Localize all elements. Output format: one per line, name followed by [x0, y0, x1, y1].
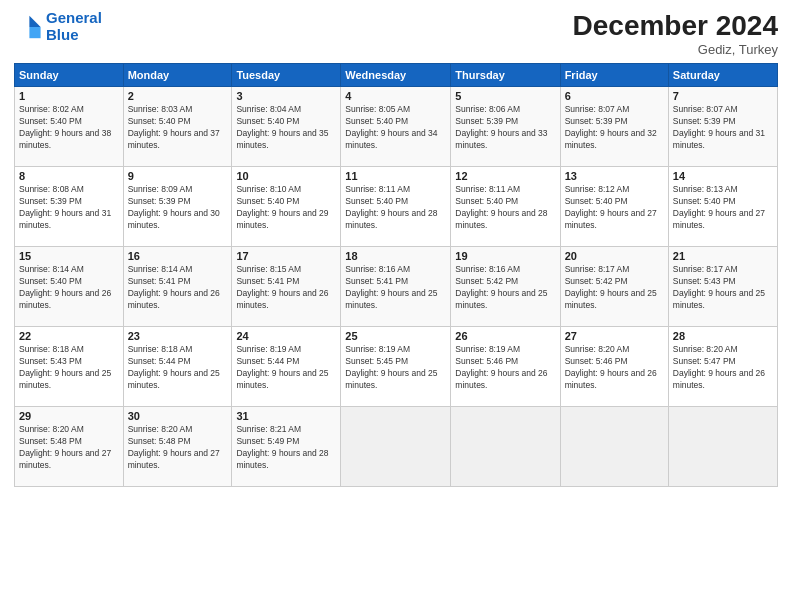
- logo: General Blue: [14, 10, 102, 43]
- calendar-cell: 17 Sunrise: 8:15 AMSunset: 5:41 PMDaylig…: [232, 247, 341, 327]
- col-sunday: Sunday: [15, 64, 124, 87]
- day-info: Sunrise: 8:04 AMSunset: 5:40 PMDaylight:…: [236, 104, 336, 152]
- col-friday: Friday: [560, 64, 668, 87]
- calendar-week-1: 1 Sunrise: 8:02 AMSunset: 5:40 PMDayligh…: [15, 87, 778, 167]
- calendar-cell: 5 Sunrise: 8:06 AMSunset: 5:39 PMDayligh…: [451, 87, 560, 167]
- day-info: Sunrise: 8:09 AMSunset: 5:39 PMDaylight:…: [128, 184, 228, 232]
- calendar-header: Sunday Monday Tuesday Wednesday Thursday…: [15, 64, 778, 87]
- calendar-week-2: 8 Sunrise: 8:08 AMSunset: 5:39 PMDayligh…: [15, 167, 778, 247]
- calendar-body: 1 Sunrise: 8:02 AMSunset: 5:40 PMDayligh…: [15, 87, 778, 487]
- day-number: 19: [455, 250, 555, 262]
- calendar-cell: 16 Sunrise: 8:14 AMSunset: 5:41 PMDaylig…: [123, 247, 232, 327]
- svg-marker-1: [29, 27, 40, 38]
- calendar-cell: 6 Sunrise: 8:07 AMSunset: 5:39 PMDayligh…: [560, 87, 668, 167]
- logo-line1: General: [46, 9, 102, 26]
- day-info: Sunrise: 8:20 AMSunset: 5:47 PMDaylight:…: [673, 344, 773, 392]
- calendar-cell: 2 Sunrise: 8:03 AMSunset: 5:40 PMDayligh…: [123, 87, 232, 167]
- day-info: Sunrise: 8:19 AMSunset: 5:44 PMDaylight:…: [236, 344, 336, 392]
- day-number: 30: [128, 410, 228, 422]
- calendar-cell: 9 Sunrise: 8:09 AMSunset: 5:39 PMDayligh…: [123, 167, 232, 247]
- calendar-cell: 10 Sunrise: 8:10 AMSunset: 5:40 PMDaylig…: [232, 167, 341, 247]
- day-number: 18: [345, 250, 446, 262]
- calendar-cell: 27 Sunrise: 8:20 AMSunset: 5:46 PMDaylig…: [560, 327, 668, 407]
- calendar-cell: 22 Sunrise: 8:18 AMSunset: 5:43 PMDaylig…: [15, 327, 124, 407]
- day-number: 22: [19, 330, 119, 342]
- day-number: 27: [565, 330, 664, 342]
- col-monday: Monday: [123, 64, 232, 87]
- day-number: 7: [673, 90, 773, 102]
- day-info: Sunrise: 8:18 AMSunset: 5:43 PMDaylight:…: [19, 344, 119, 392]
- day-number: 6: [565, 90, 664, 102]
- calendar-cell: 14 Sunrise: 8:13 AMSunset: 5:40 PMDaylig…: [668, 167, 777, 247]
- day-info: Sunrise: 8:08 AMSunset: 5:39 PMDaylight:…: [19, 184, 119, 232]
- header: General Blue December 2024 Gediz, Turkey: [14, 10, 778, 57]
- calendar-cell: 29 Sunrise: 8:20 AMSunset: 5:48 PMDaylig…: [15, 407, 124, 487]
- day-info: Sunrise: 8:16 AMSunset: 5:41 PMDaylight:…: [345, 264, 446, 312]
- day-info: Sunrise: 8:13 AMSunset: 5:40 PMDaylight:…: [673, 184, 773, 232]
- calendar-cell: 21 Sunrise: 8:17 AMSunset: 5:43 PMDaylig…: [668, 247, 777, 327]
- day-number: 1: [19, 90, 119, 102]
- day-number: 13: [565, 170, 664, 182]
- day-info: Sunrise: 8:14 AMSunset: 5:41 PMDaylight:…: [128, 264, 228, 312]
- logo-text: General Blue: [46, 10, 102, 43]
- col-saturday: Saturday: [668, 64, 777, 87]
- calendar-cell: 18 Sunrise: 8:16 AMSunset: 5:41 PMDaylig…: [341, 247, 451, 327]
- day-info: Sunrise: 8:19 AMSunset: 5:46 PMDaylight:…: [455, 344, 555, 392]
- day-number: 8: [19, 170, 119, 182]
- logo-line2: Blue: [46, 26, 79, 43]
- day-number: 14: [673, 170, 773, 182]
- day-number: 31: [236, 410, 336, 422]
- day-number: 11: [345, 170, 446, 182]
- day-info: Sunrise: 8:20 AMSunset: 5:48 PMDaylight:…: [19, 424, 119, 472]
- day-number: 24: [236, 330, 336, 342]
- calendar-cell: [341, 407, 451, 487]
- calendar-cell: 28 Sunrise: 8:20 AMSunset: 5:47 PMDaylig…: [668, 327, 777, 407]
- day-info: Sunrise: 8:07 AMSunset: 5:39 PMDaylight:…: [673, 104, 773, 152]
- day-number: 29: [19, 410, 119, 422]
- day-info: Sunrise: 8:17 AMSunset: 5:43 PMDaylight:…: [673, 264, 773, 312]
- calendar-cell: [451, 407, 560, 487]
- title-block: December 2024 Gediz, Turkey: [573, 10, 778, 57]
- calendar-week-3: 15 Sunrise: 8:14 AMSunset: 5:40 PMDaylig…: [15, 247, 778, 327]
- calendar-week-4: 22 Sunrise: 8:18 AMSunset: 5:43 PMDaylig…: [15, 327, 778, 407]
- day-info: Sunrise: 8:16 AMSunset: 5:42 PMDaylight:…: [455, 264, 555, 312]
- calendar-cell: [560, 407, 668, 487]
- day-info: Sunrise: 8:06 AMSunset: 5:39 PMDaylight:…: [455, 104, 555, 152]
- day-info: Sunrise: 8:21 AMSunset: 5:49 PMDaylight:…: [236, 424, 336, 472]
- day-info: Sunrise: 8:11 AMSunset: 5:40 PMDaylight:…: [455, 184, 555, 232]
- header-row: Sunday Monday Tuesday Wednesday Thursday…: [15, 64, 778, 87]
- day-info: Sunrise: 8:15 AMSunset: 5:41 PMDaylight:…: [236, 264, 336, 312]
- day-info: Sunrise: 8:11 AMSunset: 5:40 PMDaylight:…: [345, 184, 446, 232]
- calendar-week-5: 29 Sunrise: 8:20 AMSunset: 5:48 PMDaylig…: [15, 407, 778, 487]
- title-month: December 2024: [573, 10, 778, 42]
- col-wednesday: Wednesday: [341, 64, 451, 87]
- day-number: 28: [673, 330, 773, 342]
- day-info: Sunrise: 8:05 AMSunset: 5:40 PMDaylight:…: [345, 104, 446, 152]
- day-info: Sunrise: 8:10 AMSunset: 5:40 PMDaylight:…: [236, 184, 336, 232]
- calendar: Sunday Monday Tuesday Wednesday Thursday…: [14, 63, 778, 487]
- day-info: Sunrise: 8:07 AMSunset: 5:39 PMDaylight:…: [565, 104, 664, 152]
- day-number: 25: [345, 330, 446, 342]
- calendar-cell: [668, 407, 777, 487]
- day-number: 26: [455, 330, 555, 342]
- page: General Blue December 2024 Gediz, Turkey…: [0, 0, 792, 612]
- calendar-cell: 31 Sunrise: 8:21 AMSunset: 5:49 PMDaylig…: [232, 407, 341, 487]
- col-thursday: Thursday: [451, 64, 560, 87]
- calendar-cell: 30 Sunrise: 8:20 AMSunset: 5:48 PMDaylig…: [123, 407, 232, 487]
- day-number: 5: [455, 90, 555, 102]
- logo-icon: [14, 13, 42, 41]
- svg-marker-0: [29, 15, 40, 26]
- day-number: 23: [128, 330, 228, 342]
- calendar-cell: 20 Sunrise: 8:17 AMSunset: 5:42 PMDaylig…: [560, 247, 668, 327]
- day-number: 2: [128, 90, 228, 102]
- day-number: 10: [236, 170, 336, 182]
- calendar-cell: 3 Sunrise: 8:04 AMSunset: 5:40 PMDayligh…: [232, 87, 341, 167]
- calendar-cell: 25 Sunrise: 8:19 AMSunset: 5:45 PMDaylig…: [341, 327, 451, 407]
- calendar-cell: 13 Sunrise: 8:12 AMSunset: 5:40 PMDaylig…: [560, 167, 668, 247]
- day-info: Sunrise: 8:20 AMSunset: 5:46 PMDaylight:…: [565, 344, 664, 392]
- calendar-cell: 11 Sunrise: 8:11 AMSunset: 5:40 PMDaylig…: [341, 167, 451, 247]
- calendar-cell: 4 Sunrise: 8:05 AMSunset: 5:40 PMDayligh…: [341, 87, 451, 167]
- calendar-cell: 24 Sunrise: 8:19 AMSunset: 5:44 PMDaylig…: [232, 327, 341, 407]
- calendar-cell: 1 Sunrise: 8:02 AMSunset: 5:40 PMDayligh…: [15, 87, 124, 167]
- day-info: Sunrise: 8:18 AMSunset: 5:44 PMDaylight:…: [128, 344, 228, 392]
